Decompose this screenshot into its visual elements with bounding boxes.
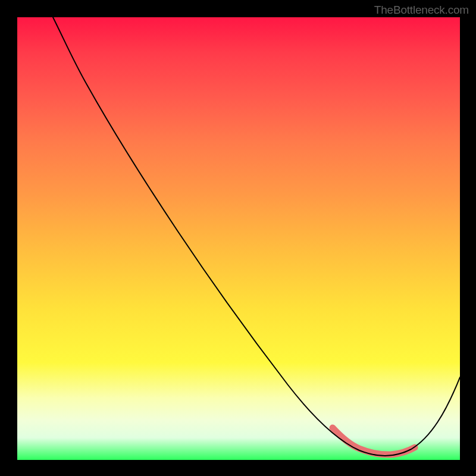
attribution-watermark: TheBottleneck.com [374,4,469,17]
plot-area [17,17,460,460]
curve-layer [17,17,460,460]
chart-stage: TheBottleneck.com [0,0,476,476]
bottleneck-curve [53,17,460,456]
safe-zone-highlight [333,428,415,455]
